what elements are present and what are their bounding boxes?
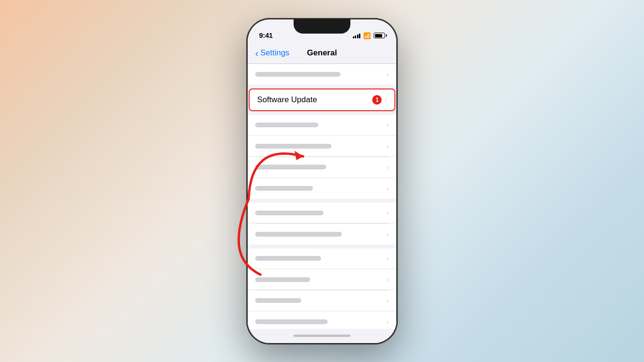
software-update-label: Software Update bbox=[257, 95, 317, 105]
list-item-left-4 bbox=[255, 165, 386, 169]
placeholder-text-7 bbox=[255, 232, 342, 237]
chevron-icon-10: › bbox=[386, 297, 389, 304]
signal-bar-2 bbox=[355, 35, 356, 38]
battery-fill bbox=[375, 34, 382, 37]
section-group-2: › › bbox=[248, 203, 396, 245]
placeholder-text-6 bbox=[255, 211, 323, 215]
list-item[interactable]: › bbox=[248, 64, 396, 85]
placeholder-text-10 bbox=[255, 298, 301, 303]
signal-bar-1 bbox=[353, 36, 354, 38]
list-item-2[interactable]: › bbox=[248, 115, 396, 136]
chevron-icon-6: › bbox=[386, 209, 389, 217]
update-badge: 1 bbox=[372, 95, 382, 105]
placeholder-text bbox=[255, 72, 340, 77]
placeholder-text-8 bbox=[255, 256, 321, 261]
list-item-left-8 bbox=[255, 256, 386, 261]
wifi-icon: 📶 bbox=[363, 32, 371, 39]
status-icons: 📶 bbox=[353, 32, 385, 39]
back-label: Settings bbox=[260, 48, 289, 58]
content-area: › Software Update 1 › bbox=[248, 64, 396, 329]
notch bbox=[294, 19, 350, 34]
placeholder-text-4 bbox=[255, 165, 326, 169]
list-item-left-2 bbox=[255, 123, 386, 127]
chevron-icon-7: › bbox=[386, 230, 389, 238]
list-item-7[interactable]: › bbox=[248, 224, 396, 245]
chevron-icon-8: › bbox=[386, 255, 389, 262]
list-item-left-11 bbox=[255, 319, 386, 324]
scene: 9:41 📶 bbox=[0, 0, 644, 362]
back-button[interactable]: ‹ Settings bbox=[255, 48, 289, 58]
battery-icon bbox=[374, 33, 385, 38]
list-item-right: › bbox=[386, 71, 389, 78]
chevron-icon-5: › bbox=[386, 185, 389, 192]
status-bar: 9:41 📶 bbox=[248, 19, 396, 43]
chevron-icon-4: › bbox=[386, 163, 389, 171]
section-separator-3 bbox=[248, 199, 396, 203]
signal-bar-4 bbox=[359, 34, 360, 38]
software-update-section: Software Update 1 › bbox=[248, 88, 396, 111]
top-section: › bbox=[248, 64, 396, 85]
list-item-left-3 bbox=[255, 144, 386, 149]
placeholder-text-3 bbox=[255, 144, 331, 149]
section-separator-2 bbox=[248, 111, 396, 115]
placeholder-text-9 bbox=[255, 277, 310, 282]
list-item-8[interactable]: › bbox=[248, 248, 396, 269]
list-item-3[interactable]: › bbox=[248, 136, 396, 157]
placeholder-text-11 bbox=[255, 319, 328, 324]
home-indicator bbox=[248, 329, 396, 343]
list-item-9[interactable]: › bbox=[248, 269, 396, 290]
list-item-6[interactable]: › bbox=[248, 203, 396, 223]
nav-title: General bbox=[307, 48, 337, 58]
chevron-icon: › bbox=[386, 71, 389, 78]
placeholder-text-2 bbox=[255, 123, 318, 127]
software-update-right: 1 › bbox=[372, 95, 387, 105]
phone-frame: 9:41 📶 bbox=[246, 18, 398, 344]
phone-screen: 9:41 📶 bbox=[248, 19, 396, 343]
signal-bars-icon bbox=[353, 33, 361, 38]
nav-bar: ‹ Settings General bbox=[248, 43, 396, 64]
back-chevron-icon: ‹ bbox=[255, 48, 259, 58]
list-item-11[interactable]: › bbox=[248, 311, 396, 329]
list-item-left-6 bbox=[255, 211, 386, 215]
section-group-1: › › › bbox=[248, 115, 396, 199]
chevron-icon-11: › bbox=[386, 318, 389, 326]
list-item-left-10 bbox=[255, 298, 386, 303]
list-item-5[interactable]: › bbox=[248, 178, 396, 199]
list-item-left-9 bbox=[255, 277, 386, 282]
section-separator bbox=[248, 85, 396, 88]
section-group-3: › › › bbox=[248, 248, 396, 329]
software-update-item[interactable]: Software Update 1 › bbox=[249, 88, 395, 111]
chevron-icon-3: › bbox=[386, 142, 389, 150]
software-update-chevron-icon: › bbox=[385, 96, 387, 104]
list-item-4[interactable]: › bbox=[248, 157, 396, 178]
chevron-icon-9: › bbox=[386, 276, 389, 283]
chevron-icon-2: › bbox=[386, 121, 389, 129]
list-item-left-5 bbox=[255, 186, 386, 191]
signal-bar-3 bbox=[357, 35, 358, 38]
section-separator-4 bbox=[248, 245, 396, 248]
placeholder-text-5 bbox=[255, 186, 313, 191]
home-bar bbox=[294, 335, 350, 337]
list-item-left bbox=[255, 72, 386, 77]
list-item-left-7 bbox=[255, 232, 386, 237]
status-time: 9:41 bbox=[259, 31, 273, 39]
list-item-10[interactable]: › bbox=[248, 291, 396, 311]
